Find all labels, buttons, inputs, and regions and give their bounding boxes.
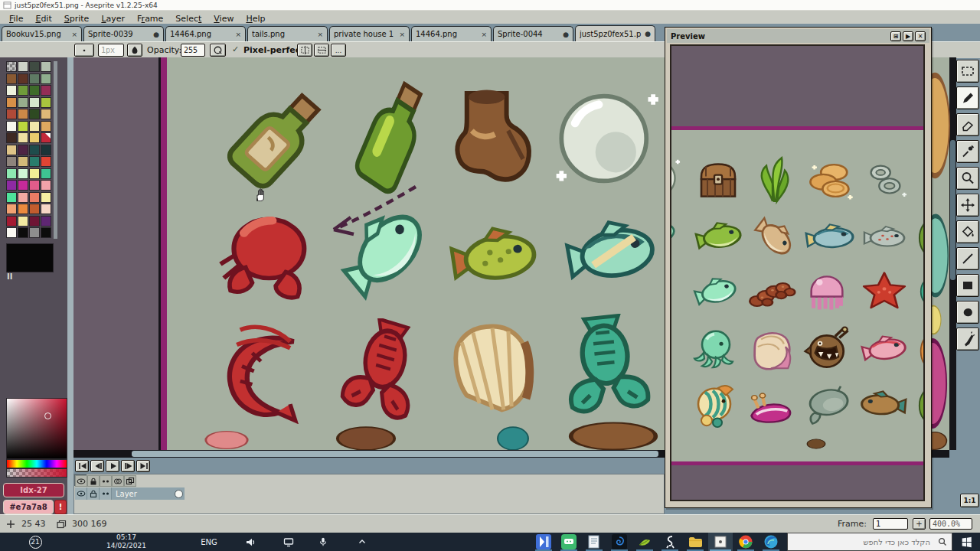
palette-swatch-56[interactable] [6, 227, 17, 238]
rectangle-tool[interactable] [956, 274, 979, 297]
skip-start-button[interactable] [75, 460, 89, 472]
preview-play-button[interactable]: ▶ [903, 31, 913, 41]
layer-lock-icon[interactable] [87, 487, 100, 500]
palette-swatch-8[interactable] [6, 85, 17, 96]
palette-swatch-10[interactable] [29, 85, 40, 96]
pencil-tool[interactable] [956, 86, 979, 109]
continuous-column-icon[interactable] [100, 475, 112, 487]
palette-swatch-33[interactable] [18, 156, 28, 167]
ink-type-button[interactable] [127, 44, 142, 57]
palette-swatch-27[interactable] [41, 132, 51, 143]
add-frame-button[interactable]: + [913, 518, 926, 530]
taskbar-app-aseprite[interactable] [708, 533, 733, 551]
palette-swatch-42[interactable] [29, 180, 40, 191]
lock-column-icon[interactable] [87, 475, 100, 487]
palette-swatch-13[interactable] [18, 97, 28, 108]
tab-14464-png[interactable]: 14464.png× [165, 26, 246, 41]
palette-swatch-6[interactable] [29, 73, 40, 84]
taskbar-app-file-explorer[interactable] [683, 533, 707, 551]
vscroll-thumb[interactable] [950, 140, 956, 280]
palette-swatch-49[interactable] [18, 204, 28, 214]
eye-column-icon[interactable] [75, 475, 87, 487]
preview-close-button[interactable]: ✕ [915, 31, 926, 41]
palette-swatch-34[interactable] [29, 156, 40, 167]
color-index-button[interactable]: Idx-27 [3, 483, 64, 497]
preview-viewport[interactable] [670, 44, 925, 501]
dynamics-tool[interactable] [956, 328, 979, 350]
taskbar-app-edge[interactable] [759, 533, 783, 551]
bucket-tool[interactable] [956, 220, 979, 243]
palette-swatch-29[interactable] [18, 145, 28, 155]
palette-swatch-0[interactable] [6, 61, 17, 72]
zoom-input[interactable] [929, 518, 972, 530]
palette-swatch-1[interactable] [18, 61, 28, 72]
taskbar-app-dark-tool[interactable] [607, 533, 632, 551]
preview-title-bar[interactable]: Preview ⊞▶✕ [667, 29, 929, 43]
eraser-tool[interactable] [956, 113, 979, 136]
play-button[interactable] [106, 460, 119, 472]
brush-type-button[interactable] [74, 44, 94, 57]
palette-swatch-25[interactable] [18, 132, 28, 143]
palette-swatch-32[interactable] [6, 156, 17, 167]
tab-sprite-0044[interactable]: Sprite-0044● [493, 26, 573, 41]
palette-swatch-40[interactable] [6, 180, 17, 191]
palette-swatch-7[interactable] [41, 73, 51, 84]
palette-swatch-30[interactable] [29, 145, 40, 155]
palette-scrollbar[interactable] [54, 61, 57, 239]
palette-swatch-37[interactable] [18, 168, 28, 179]
palette-swatch-14[interactable] [29, 97, 40, 108]
opacity-input[interactable] [181, 44, 205, 57]
palette-swatch-18[interactable] [29, 109, 40, 119]
taskbar-app-notepad[interactable] [582, 533, 606, 551]
palette-swatch-9[interactable] [18, 85, 28, 96]
palette-swatch-12[interactable] [6, 97, 17, 108]
palette-swatch-31[interactable] [41, 145, 51, 155]
pixel-perfect-checkbox[interactable]: ✓ [232, 44, 239, 54]
tab-close-icon[interactable]: × [71, 31, 77, 38]
skip-end-button[interactable] [136, 460, 150, 472]
line-tool[interactable] [956, 247, 979, 270]
tab-close-icon[interactable]: × [399, 31, 405, 38]
start-button[interactable] [952, 533, 980, 551]
palette-swatch-55[interactable] [41, 216, 51, 227]
symmetry-horizontal-button[interactable] [314, 44, 329, 57]
language-indicator[interactable]: ENG [196, 533, 222, 551]
palette-swatch-26[interactable] [29, 132, 40, 143]
palette-swatch-43[interactable] [41, 180, 51, 191]
one-to-one-button[interactable]: 1:1 [960, 494, 979, 507]
cel-frame-1[interactable] [172, 487, 185, 500]
volume-icon[interactable] [242, 533, 259, 551]
taskbar-app-chrome[interactable] [733, 533, 758, 551]
taskbar-search[interactable] [787, 533, 952, 551]
tab-14464-png[interactable]: 14464.png× [411, 26, 492, 41]
frame-number-input[interactable] [873, 518, 908, 530]
taskbar-app-leaf-tool[interactable] [632, 533, 657, 551]
palette-swatch-20[interactable] [6, 121, 17, 132]
palette-swatch-38[interactable] [29, 168, 40, 179]
zoom-tool[interactable] [956, 167, 979, 190]
menu-view[interactable]: View [207, 14, 240, 24]
palette-swatch-48[interactable] [6, 204, 17, 214]
palette-swatch-3[interactable] [41, 61, 51, 72]
more-options-button[interactable]: ... [331, 44, 346, 57]
preview-tile-button[interactable]: ⊞ [890, 31, 901, 41]
palette-swatch-23[interactable] [41, 121, 51, 132]
palette-swatch-36[interactable] [6, 168, 17, 179]
tab-close-icon[interactable]: ● [563, 31, 569, 38]
palette-swatch-28[interactable] [6, 145, 17, 155]
tab-sprite-0039[interactable]: Sprite-0039● [83, 26, 164, 41]
palette-swatch-35[interactable] [41, 156, 51, 167]
notification-badge[interactable]: 21 [26, 533, 44, 551]
palette-swatch-39[interactable] [41, 168, 51, 179]
palette-swatch-15[interactable] [41, 97, 51, 108]
tab-just5pz0fex51-p[interactable]: just5pz0fex51.p● [575, 25, 655, 41]
palette-swatch-45[interactable] [18, 192, 28, 203]
palette-swatch-17[interactable] [18, 109, 28, 119]
hue-slider[interactable] [6, 459, 67, 468]
menu-file[interactable]: File [3, 14, 29, 24]
taskbar-app-video-editor[interactable] [531, 533, 556, 551]
tab-close-icon[interactable]: × [481, 31, 487, 38]
taskbar-app-chat-app[interactable] [557, 533, 581, 551]
network-icon[interactable] [280, 533, 297, 551]
tab-tails-png[interactable]: tails.png× [247, 26, 328, 41]
